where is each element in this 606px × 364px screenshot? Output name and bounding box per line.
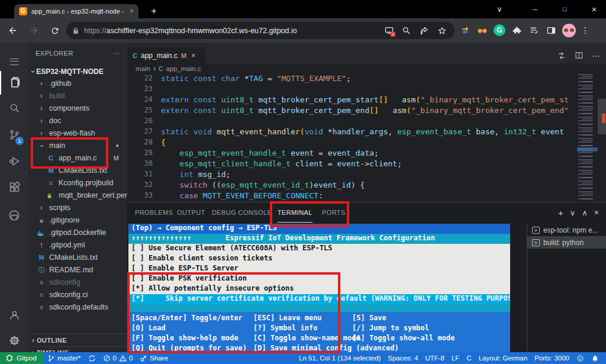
popup-blocked-icon[interactable]: × <box>382 24 395 37</box>
bookmark-star-icon[interactable] <box>436 24 449 37</box>
url-bar[interactable]: https://aschiffler-esp32mqttnod-hmwmwon0… <box>66 22 454 39</box>
editor-scrollbar[interactable] <box>598 74 606 202</box>
new-tab-button[interactable]: + <box>147 5 161 18</box>
status-lf[interactable]: LF <box>448 352 463 364</box>
status-ports-3000[interactable]: Ports: 3000 <box>531 352 573 364</box>
account-icon[interactable] <box>0 303 28 327</box>
panel-tab-ports[interactable]: PORTS <box>322 202 346 223</box>
menuconfig-option-2[interactable]: [ ] Enable ESP-TLS Server <box>128 264 510 274</box>
file-row-sdkconfig-ci[interactable]: ≡sdkconfig.ci <box>28 289 127 301</box>
file-row-doc[interactable]: ›doc <box>28 115 127 127</box>
menuconfig-selected-option[interactable]: [*] Skip server certificate verification… <box>128 294 510 304</box>
file-row-readme-md[interactable]: ⓘREADME.md <box>28 264 127 276</box>
timeline-section[interactable]: › TIMELINE <box>28 346 127 352</box>
profile-avatar[interactable] <box>562 24 576 37</box>
file-row--gitpod-dockerfile[interactable]: .gitpod.Dockerfile <box>28 227 127 239</box>
config-icon: ≡ <box>37 289 46 301</box>
panel-tab-problems[interactable]: PROBLEMS <box>135 202 173 223</box>
code-editor[interactable]: 22static const char *TAG = "MQTTS_EXAMPL… <box>127 74 577 202</box>
explorer-more-icon[interactable]: ⋯ <box>114 50 121 57</box>
file-label: .gitignore <box>49 214 79 227</box>
menuconfig-option-4[interactable]: [*] Allow potentially insecure options <box>128 284 510 294</box>
menuconfig-option-0[interactable]: [ ] Use Secure Element (ATECC608A) with … <box>128 244 510 254</box>
search-icon[interactable] <box>400 24 413 37</box>
file-row-scripts[interactable]: ›scripts <box>28 202 127 214</box>
maximize-panel-icon[interactable]: ∧ <box>582 208 588 217</box>
panel-tab-terminal[interactable]: TERMINAL <box>278 202 312 223</box>
explorer-root-folder[interactable]: › ESP32-MQTT-NODE <box>28 65 127 78</box>
menuconfig-terminal[interactable]: (Top) → Component config → ESP-TLS ↑↑↑↑↑… <box>128 224 510 355</box>
settings-gear-icon[interactable] <box>0 328 28 352</box>
split-editor-icon[interactable] <box>575 51 584 60</box>
github-icon[interactable] <box>0 204 28 227</box>
file-row-build[interactable]: ›build <box>28 90 127 102</box>
file-row-cmakelists-txt[interactable]: MCMakeLists.txt <box>28 252 127 264</box>
file-row-main[interactable]: ›main● <box>28 140 127 152</box>
editor-tab-app-main[interactable]: C app_main.c M × <box>127 47 205 63</box>
file-row-mqtt-broker-cert-pem[interactable]: mqtt_broker_cert.pem <box>28 189 127 202</box>
glasses-extension-icon[interactable] <box>476 24 488 36</box>
problems-indicator[interactable]: 0 0 <box>99 352 137 364</box>
explorer-icon[interactable] <box>0 71 28 95</box>
menu-icon[interactable] <box>0 50 28 73</box>
kebab-menu-icon[interactable]: ⋮ <box>581 25 589 35</box>
share-icon[interactable] <box>418 24 431 37</box>
remote-indicator-gitpod[interactable]: Gitpod <box>0 352 44 364</box>
file-row-app-main-c[interactable]: Capp_main.cM <box>28 152 127 165</box>
tab-close-icon[interactable]: × <box>130 7 134 15</box>
window-minimize-button[interactable]: – <box>523 0 547 18</box>
tab-close-icon[interactable]: × <box>191 51 195 60</box>
status-layout-german[interactable]: Layout: German <box>475 352 531 364</box>
status-c[interactable]: C <box>463 352 475 364</box>
grammarly-icon[interactable]: G <box>494 24 505 36</box>
forward-icon[interactable] <box>25 22 43 40</box>
sync-changes-icon[interactable] <box>85 352 99 364</box>
panel-tab-debug-console[interactable]: DEBUG CONSOLE <box>212 202 272 223</box>
reload-icon[interactable] <box>46 22 64 40</box>
file-row-sdkconfig-defaults[interactable]: ≡sdkconfig.defaults <box>28 301 127 314</box>
reading-list-icon[interactable] <box>528 24 540 36</box>
window-close-button[interactable]: × <box>582 0 606 18</box>
file-row-components[interactable]: ›components <box>28 102 127 115</box>
status-utf-8[interactable]: UTF-8 <box>421 352 448 364</box>
file-row-kconfig-projbuild[interactable]: ≡Kconfig.projbuild <box>28 177 127 189</box>
panel-tab-output[interactable]: OUTPUT <box>177 202 205 223</box>
search-icon[interactable] <box>0 96 28 120</box>
swap-extension-icon[interactable] <box>459 24 471 36</box>
source-control-icon[interactable]: 1 <box>0 123 28 146</box>
open-changes-icon[interactable] <box>557 51 566 60</box>
run-debug-icon[interactable] <box>0 149 28 173</box>
editor-more-icon[interactable]: ⋯ <box>592 51 600 60</box>
file-row--gitignore[interactable]: ◆.gitignore <box>28 214 127 227</box>
terminal-item-esp-tool[interactable]: >esp-tool: npm e... <box>527 224 606 236</box>
new-terminal-icon[interactable]: + <box>558 208 563 218</box>
side-panel-icon[interactable] <box>545 24 557 36</box>
extensions-puzzle-icon[interactable] <box>511 24 523 36</box>
git-branch-indicator[interactable]: master* <box>44 352 85 364</box>
minimap[interactable] <box>577 74 598 202</box>
status-spaces-4[interactable]: Spaces: 4 <box>384 352 421 364</box>
terminal-dropdown-icon[interactable]: ∨ <box>570 208 576 217</box>
file-row--github[interactable]: ›.github <box>28 78 127 90</box>
file-row-esp-web-flash[interactable]: ›esp-web-flash <box>28 127 127 140</box>
terminal-item-build[interactable]: >build: python <box>527 236 606 249</box>
file-row--gitpod-yml[interactable]: !.gitpod.yml <box>28 239 127 252</box>
notifications-bell-icon[interactable] <box>588 352 602 364</box>
menuconfig-option-1[interactable]: [ ] Enable client session tickets <box>128 254 510 264</box>
file-label: sdkconfig <box>49 276 80 289</box>
tab-search-chevron-icon[interactable]: ∨ <box>488 0 511 18</box>
outline-section[interactable]: › OUTLINE <box>28 334 127 346</box>
window-maximize-button[interactable]: □ <box>553 0 576 18</box>
browser-tab[interactable]: G app_main.c - esp32-mqtt-node - × <box>14 4 138 18</box>
file-row-cmakelists-txt[interactable]: MCMakeLists.txt <box>28 165 127 177</box>
close-panel-icon[interactable]: × <box>594 208 599 217</box>
live-share-button[interactable]: Share <box>136 352 172 364</box>
status-ln-51-col-1-134-selected[interactable]: Ln 51, Col 1 (134 selected) <box>295 352 384 364</box>
extensions-icon[interactable] <box>0 175 28 199</box>
file-row-sdkconfig[interactable]: ≡sdkconfig <box>28 276 127 289</box>
menuconfig-option-3[interactable]: [ ] Enable PSK verification <box>128 274 510 284</box>
info-icon: ⓘ <box>37 264 46 276</box>
feedback-smiley-icon[interactable] <box>573 352 588 364</box>
breadcrumb[interactable]: main› C app_main.c <box>127 63 606 74</box>
back-icon[interactable] <box>4 22 21 40</box>
